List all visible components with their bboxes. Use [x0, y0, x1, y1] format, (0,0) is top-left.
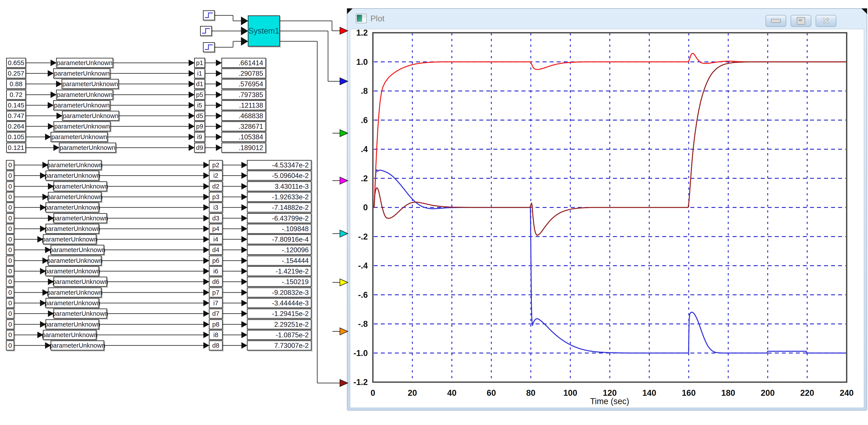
group1-parameter-block-d9[interactable]: parameterUnknown	[59, 142, 116, 153]
group2-display-block-p8[interactable]: 2.29251e-2	[247, 319, 312, 329]
group2-port-block-i7[interactable]: i7	[209, 298, 223, 308]
group1-port-block-i5[interactable]: i5	[194, 100, 205, 110]
group2-display-block-p2[interactable]: -4.53347e-2	[247, 160, 312, 170]
group1-port-block-d9[interactable]: d9	[194, 142, 205, 153]
close-button[interactable]: ✕	[816, 15, 836, 27]
group2-value-block-p6[interactable]: 0	[6, 256, 14, 266]
group2-display-block-d7[interactable]: -1.29415e-2	[247, 308, 312, 319]
group2-value-block-d8[interactable]: 0	[6, 340, 14, 351]
group2-port-block-d4[interactable]: d4	[209, 245, 223, 255]
group1-port-block-i1[interactable]: i1	[194, 68, 205, 78]
group2-parameter-block-i7[interactable]: parameterUnknown	[45, 298, 99, 308]
group2-port-block-p6[interactable]: p6	[209, 256, 223, 266]
group1-parameter-block-d1[interactable]: parameterUnknown	[62, 79, 119, 89]
group2-value-block-d7[interactable]: 0	[6, 308, 14, 319]
group1-parameter-block-p1[interactable]: parameterUnknown	[56, 58, 113, 68]
group1-display-block-d9[interactable]: .189012	[221, 142, 266, 153]
group2-value-block-d6[interactable]: 0	[6, 277, 14, 287]
group2-display-block-d2[interactable]: 3.43011e-3	[247, 181, 312, 191]
group2-value-block-p4[interactable]: 0	[6, 224, 14, 234]
group2-port-block-i8[interactable]: i8	[209, 330, 223, 340]
group1-value-block-d5[interactable]: 0.747	[6, 111, 26, 121]
group1-value-block-i9[interactable]: 0.105	[6, 132, 26, 142]
group1-display-block-d1[interactable]: .576954	[221, 79, 266, 89]
step-source-block-1[interactable]	[203, 10, 215, 21]
group1-value-block-i1[interactable]: 0.257	[6, 68, 26, 78]
group2-parameter-block-i4[interactable]: parameterUnknown	[43, 234, 96, 244]
group2-port-block-d3[interactable]: d3	[209, 213, 223, 223]
group1-port-block-p5[interactable]: p5	[194, 90, 205, 100]
group2-port-block-i3[interactable]: i3	[209, 202, 223, 212]
group2-port-block-p3[interactable]: p3	[209, 192, 223, 202]
group1-port-block-d1[interactable]: d1	[194, 79, 205, 89]
group1-port-block-p1[interactable]: p1	[194, 58, 205, 68]
group2-display-block-i7[interactable]: -3.44444e-3	[247, 298, 312, 308]
step-source-block-3[interactable]	[203, 42, 215, 52]
group2-display-block-i6[interactable]: -1.4219e-2	[247, 266, 312, 276]
group2-parameter-block-d6[interactable]: parameterUnknown	[54, 277, 107, 287]
group2-parameter-block-d7[interactable]: parameterUnknown	[54, 308, 107, 319]
group1-display-block-p9[interactable]: .328671	[221, 121, 266, 131]
group1-value-block-p9[interactable]: 0.264	[6, 121, 26, 131]
group2-port-block-d6[interactable]: d6	[209, 277, 223, 287]
group2-display-block-d6[interactable]: -.150219	[247, 277, 312, 287]
group1-port-block-p9[interactable]: p9	[194, 121, 205, 131]
group1-value-block-p1[interactable]: 0.655	[6, 58, 26, 68]
group2-parameter-block-d4[interactable]: parameterUnknown	[51, 245, 104, 255]
group2-display-block-p3[interactable]: -1.92633e-2	[247, 192, 312, 202]
group1-value-block-i5[interactable]: 0.145	[6, 100, 26, 110]
group1-parameter-block-d5[interactable]: parameterUnknown	[62, 111, 119, 121]
group1-port-block-i9[interactable]: i9	[194, 132, 205, 142]
group2-parameter-block-i2[interactable]: parameterUnknown	[45, 170, 99, 181]
group2-value-block-d2[interactable]: 0	[6, 181, 14, 191]
group2-value-block-i7[interactable]: 0	[6, 298, 14, 308]
group1-display-block-i9[interactable]: .105384	[221, 132, 266, 142]
group2-value-block-i2[interactable]: 0	[6, 170, 14, 181]
group2-parameter-block-p4[interactable]: parameterUnknown	[45, 224, 99, 234]
group1-display-block-p5[interactable]: .797385	[221, 90, 266, 100]
group1-parameter-block-p9[interactable]: parameterUnknown	[54, 121, 111, 131]
group2-display-block-d4[interactable]: -.120096	[247, 245, 312, 255]
group2-port-block-p7[interactable]: p7	[209, 288, 223, 298]
group1-display-block-d5[interactable]: .468838	[221, 111, 266, 121]
group2-display-block-p4[interactable]: -.109848	[247, 224, 312, 234]
group2-display-block-p6[interactable]: -.154444	[247, 256, 312, 266]
group2-value-block-i8[interactable]: 0	[6, 330, 14, 340]
group2-parameter-block-i8[interactable]: parameterUnknown	[43, 330, 96, 340]
group2-parameter-block-p2[interactable]: parameterUnknown	[48, 160, 101, 170]
group2-value-block-d3[interactable]: 0	[6, 213, 14, 223]
group1-display-block-i1[interactable]: .290785	[221, 68, 266, 78]
group1-value-block-p5[interactable]: 0.72	[6, 90, 26, 100]
restore-button[interactable]	[790, 15, 811, 27]
group2-port-block-d8[interactable]: d8	[209, 340, 223, 351]
group1-value-block-d9[interactable]: 0.121	[6, 142, 26, 153]
group2-display-block-d3[interactable]: -6.43799e-2	[247, 213, 312, 223]
group2-display-block-d8[interactable]: 7.73007e-2	[247, 340, 312, 351]
group2-port-block-p8[interactable]: p8	[209, 319, 223, 329]
group2-display-block-i8[interactable]: -1.0875e-2	[247, 330, 312, 340]
group2-port-block-i4[interactable]: i4	[209, 234, 223, 244]
group2-display-block-i3[interactable]: -7.14882e-2	[247, 202, 312, 212]
group2-parameter-block-d2[interactable]: parameterUnknown	[54, 181, 107, 191]
system1-block[interactable]: System1	[248, 15, 280, 46]
group2-parameter-block-p7[interactable]: parameterUnknown	[48, 288, 101, 298]
group2-display-block-p7[interactable]: -9.20832e-3	[247, 288, 312, 298]
group2-value-block-p8[interactable]: 0	[6, 319, 14, 329]
group1-parameter-block-p5[interactable]: parameterUnknown	[56, 90, 113, 100]
group2-value-block-i6[interactable]: 0	[6, 266, 14, 276]
plot-window-titlebar[interactable]: Plot ✕	[347, 9, 867, 29]
group2-parameter-block-p8[interactable]: parameterUnknown	[45, 319, 99, 329]
group2-parameter-block-d8[interactable]: parameterUnknown	[51, 340, 104, 351]
group2-value-block-d4[interactable]: 0	[6, 245, 14, 255]
group2-parameter-block-i6[interactable]: parameterUnknown	[45, 266, 99, 276]
group2-port-block-p4[interactable]: p4	[209, 224, 223, 234]
group2-parameter-block-d3[interactable]: parameterUnknown	[54, 213, 107, 223]
group2-value-block-i4[interactable]: 0	[6, 234, 14, 244]
plot-window[interactable]: Plot ✕ 1.21.0.8.6.4.20-.2-.4-.6-.8-1.0-1…	[347, 8, 867, 411]
group1-port-block-d5[interactable]: d5	[194, 111, 205, 121]
group1-parameter-block-i1[interactable]: parameterUnknown	[53, 68, 111, 78]
group1-display-block-i5[interactable]: .121138	[221, 100, 266, 110]
group2-parameter-block-p3[interactable]: parameterUnknown	[48, 192, 101, 202]
step-source-block-2[interactable]	[200, 26, 212, 36]
group2-value-block-p7[interactable]: 0	[6, 288, 14, 298]
